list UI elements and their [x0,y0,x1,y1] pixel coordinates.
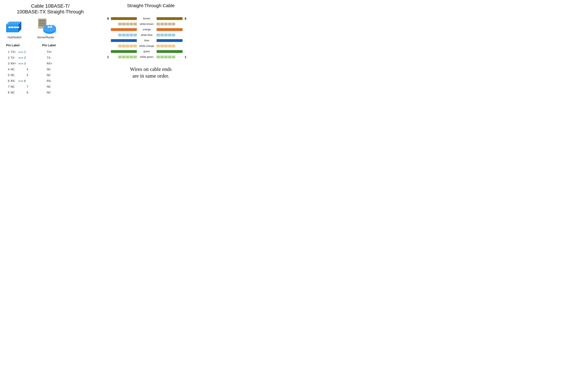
cable-wire-right [157,39,184,42]
pin-number: 8 [6,91,9,94]
cable-wire-row: white blue [105,32,196,38]
svg-point-11 [43,24,56,32]
pin-number2: 1 [24,50,27,54]
pin-label: NC [11,74,17,77]
pin-label-right: NC [47,68,51,71]
pin-number: 4 [6,68,9,71]
pin-col1-header: Pin Label [6,44,30,47]
pin-label-right: NC [47,91,51,94]
pin-row-right: NC [42,72,56,78]
cable-wire-right [157,50,184,53]
cable-wire-right [157,23,184,26]
cable-wire-name: white orange [137,44,157,48]
pin-row-right: NC [42,90,56,96]
cable-wire-right [157,17,184,20]
pin-number: 3 [6,62,9,65]
pin-row: 4 NC 4 [6,66,30,72]
cable-pin-left: 8 [105,17,109,20]
pin-label-right: RX- [47,80,51,82]
pin-row-right: RX+ [42,61,56,66]
right-panel: Straight-Through Cable 8 brown 8 white b… [100,0,201,131]
pin-col-left: Pin Label 1 TX+ ⟺ 1 2 TX- ⟺ 2 3 RX+ ⟺ 3 … [6,44,30,96]
cable-wire-left [109,45,137,48]
pin-number2: 3 [24,62,27,65]
pin-number: 2 [6,56,9,60]
pin-row: 8 NC 8 [6,90,30,96]
arrow-icon: ⟺ [18,62,23,66]
cable-wire-name: brown [137,17,157,20]
cable-wire-row: orange [105,27,196,32]
cable-wire-left [109,39,137,42]
watermark: 301P_088 [55,27,56,33]
pin-label: TX- [11,56,17,60]
pin-number2: 5 [27,74,30,77]
cable-wire-right [157,56,184,58]
pin-table: Pin Label 1 TX+ ⟺ 1 2 TX- ⟺ 2 3 RX+ ⟺ 3 … [4,44,96,96]
pin-col-right: Pin Label TX+TX-RX+NCNCRX-NCNC [42,44,56,96]
hub-switch-device: Hub/Switch [4,19,24,39]
devices-row: Hub/Switch 301P_088 Server/Route [4,18,96,39]
pin-row-right: TX- [42,55,56,61]
pin-label: RX+ [11,62,17,65]
arrow-icon: ⟺ [18,56,23,60]
pin-number: 5 [6,74,9,77]
pin-label-right: NC [47,74,51,77]
pin-number2: 8 [27,91,30,94]
cable-wire-left [109,34,137,36]
cable-wire-left [109,50,137,53]
pin-number: 6 [6,80,9,82]
pin-label: NC [11,91,17,94]
pin-label-right: NC [47,85,51,88]
cable-wire-name: white blue [137,34,157,36]
router-label: Server/Router [37,36,54,39]
svg-rect-8 [39,23,46,24]
cable-wire-name: white brown [137,22,157,26]
pin-label-right: TX- [47,56,51,60]
pin-number2: 7 [27,85,30,88]
cable-wire-right [157,28,184,31]
pin-number: 1 [6,50,9,54]
cable-pin-right: 8 [184,17,188,20]
right-title: Straight-Through Cable [105,3,196,8]
server-router-device: 301P_088 Server/Router [33,18,58,39]
pin-number2: 6 [24,80,27,82]
pin-label-right: TX+ [47,50,52,54]
cable-diagram: 8 brown 8 white brown orange white blue … [105,16,196,60]
cable-wire-name: white green [137,56,157,58]
hub-label: Hub/Switch [7,36,21,39]
svg-rect-6 [39,20,46,21]
pin-row-right: TX+ [42,49,56,55]
pin-label: TX+ [11,50,17,54]
cable-wire-left [109,23,137,26]
hub-switch-icon [4,19,24,34]
pin-row: 2 TX- ⟺ 2 [6,55,30,61]
pin-row-right: RX- [42,78,56,84]
arrow-icon: ⟺ [18,79,23,83]
cable-wire-left [109,56,137,58]
cable-wire-row: white brown [105,21,196,27]
cable-wire-name: blue [137,39,157,42]
pin-label-right: RX+ [47,62,52,65]
cable-wire-row: green [105,49,196,54]
pin-row: 6 RX- ⟺ 6 [6,78,30,84]
pin-number2: 4 [27,68,30,71]
pin-label: NC [11,68,17,71]
pin-row: 5 NC 5 [6,72,30,78]
pin-label: RX- [11,80,17,82]
pin-row-right: NC [42,66,56,72]
server-router-icon [33,18,58,34]
pin-number: 7 [6,85,9,88]
cable-wire-row: blue [105,38,196,43]
cable-pin-right: 1 [184,55,188,59]
cable-wire-row: 1 white green 1 [105,54,196,60]
pin-col2-header: Pin Label [42,44,56,47]
pin-label: NC [11,85,17,88]
cable-wire-row: 8 brown 8 [105,16,196,21]
pin-row-right: NC [42,84,56,90]
main-title: Cable 10BASE-T/ 100BASE-TX Straight-Thro… [4,3,96,15]
cable-wire-row: white orange [105,43,196,49]
pin-number2: 2 [24,56,27,60]
cable-pin-left: 1 [105,55,109,59]
svg-rect-7 [39,21,46,22]
cable-wire-name: orange [137,28,157,31]
